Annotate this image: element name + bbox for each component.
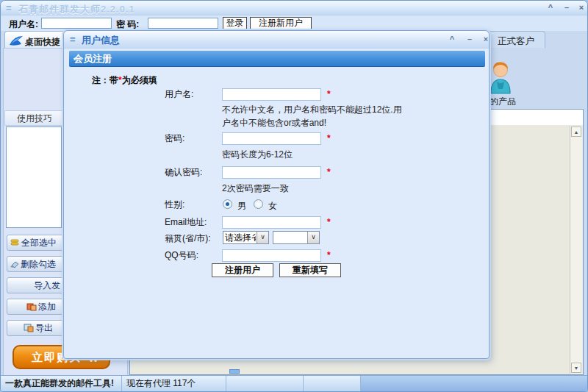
- password-note: 密码长度为6-12位: [222, 149, 293, 161]
- select-all-icon: [10, 238, 20, 247]
- user-info-dialog: = 用户信息 ^ – × 会员注册 注：带*为必须填 用户名: * 不允许中文名…: [63, 30, 490, 359]
- confirm-password-note: 2次密码需要一致: [222, 182, 289, 195]
- username-input[interactable]: [41, 18, 112, 29]
- restore-icon[interactable]: ^: [545, 2, 556, 13]
- scroll-down-icon[interactable]: ▼: [571, 363, 581, 373]
- gender-female-radio[interactable]: [254, 199, 263, 209]
- gender-field-label: 性别:: [165, 199, 184, 211]
- qq-input[interactable]: [222, 249, 321, 262]
- horizontal-scroll-thumb[interactable]: [229, 369, 240, 374]
- dialog-minimize-icon[interactable]: –: [464, 34, 476, 44]
- chevron-down-icon[interactable]: ∨: [307, 232, 319, 243]
- statusbar-segment: [361, 376, 587, 391]
- delete-checked-label: 删除勾选: [21, 258, 56, 271]
- required-mark: *: [327, 89, 331, 99]
- tips-listbox[interactable]: [6, 126, 62, 228]
- gender-male-radio[interactable]: [223, 199, 232, 209]
- required-note: 注：带*为必须填: [92, 74, 157, 87]
- tab-official-clients-label: 正式客户: [487, 35, 545, 48]
- required-mark: *: [327, 217, 331, 227]
- window-menu-icon[interactable]: =: [6, 2, 12, 13]
- status-bar: 一款真正能群发的邮件工具! 现在有代理 117个: [1, 375, 587, 391]
- select-all-label: 全部选中: [21, 237, 57, 249]
- username-field-label: 用户名:: [165, 88, 193, 101]
- title-bar: = 石青邮件群发大师2.2.0.1 ^ – ×: [1, 1, 587, 15]
- statusbar-slogan: 一款真正能群发的邮件工具!: [1, 376, 122, 391]
- confirm-password-field-label: 确认密码:: [165, 166, 202, 179]
- gender-female-label: 女: [268, 200, 277, 213]
- reg-username-input[interactable]: [222, 88, 321, 101]
- import-label: 导入发: [34, 279, 60, 292]
- password-field-label: 密码:: [165, 132, 184, 145]
- province-select-value: 请选择省: [225, 232, 256, 243]
- chevron-down-icon[interactable]: ∨: [257, 232, 268, 243]
- username-note-line2: 户名中不能包含or或者and!: [222, 117, 326, 129]
- window-title: 石青邮件群发大师2.2.0.1: [18, 3, 135, 16]
- required-mark: *: [327, 133, 331, 143]
- tab-official-clients[interactable]: 正式客户: [487, 31, 545, 48]
- username-note-line1: 不允许中文名，用户名和密码不能超过12位.用: [222, 104, 402, 116]
- city-select[interactable]: ∨: [273, 231, 320, 244]
- dialog-title-bar: = 用户信息 ^ – ×: [64, 31, 489, 49]
- username-label: 用户名:: [9, 18, 38, 31]
- register-new-user-button[interactable]: 注册新用户: [250, 17, 312, 29]
- dialog-close-icon[interactable]: ×: [480, 34, 492, 44]
- add-icon: [26, 302, 37, 311]
- note-prefix: 注：带: [92, 75, 118, 85]
- email-input[interactable]: [222, 216, 321, 229]
- export-icon: [24, 324, 34, 332]
- member-register-header: 会员注册: [69, 51, 485, 67]
- province-select[interactable]: 请选择省 ∨: [223, 231, 269, 244]
- select-all-button[interactable]: 全部选中: [7, 235, 64, 251]
- tab-desktop-shortcut-label: 桌面快捷: [25, 36, 60, 49]
- reset-form-button[interactable]: 重新填写: [279, 263, 341, 277]
- region-field-label: 籍贯(省/市):: [165, 232, 211, 245]
- export-label: 导出: [35, 322, 53, 335]
- submit-register-button[interactable]: 注册用户: [212, 263, 273, 277]
- reg-password-input[interactable]: [222, 132, 321, 145]
- statusbar-segment: [304, 376, 361, 391]
- dialog-title: 用户信息: [82, 34, 120, 47]
- usage-tips-header: 使用技巧: [4, 110, 65, 126]
- minimize-icon[interactable]: –: [561, 2, 573, 13]
- required-mark: *: [327, 167, 331, 177]
- statusbar-segment: [226, 376, 304, 391]
- statusbar-agent-count: 现在有代理 117个: [122, 376, 226, 391]
- eraser-icon: [10, 260, 19, 268]
- scroll-up-icon[interactable]: ▲: [571, 126, 581, 137]
- add-label: 添加: [38, 301, 56, 313]
- product-caption: 的产品: [490, 96, 516, 108]
- close-icon[interactable]: ×: [576, 2, 587, 13]
- swoosh-arrow-icon: [9, 35, 24, 47]
- password-label: 密 码:: [116, 18, 139, 31]
- login-bar: 用户名: 密 码: 登录 注册新用户: [1, 15, 587, 31]
- vertical-scrollbar[interactable]: ▲ ▼: [570, 126, 582, 374]
- gender-male-label: 男: [237, 200, 246, 213]
- required-mark: *: [327, 250, 331, 260]
- login-button[interactable]: 登录: [223, 17, 247, 29]
- app-window: = 石青邮件群发大师2.2.0.1 ^ – × 用户名: 密 码: 登录 注册新…: [0, 0, 588, 392]
- dialog-menu-icon[interactable]: =: [70, 34, 76, 45]
- email-field-label: Email地址:: [165, 216, 207, 229]
- qq-field-label: QQ号码:: [165, 249, 198, 262]
- delete-checked-button[interactable]: 删除勾选: [7, 256, 64, 272]
- confirm-password-input[interactable]: [222, 166, 321, 179]
- password-input[interactable]: [148, 18, 218, 29]
- note-suffix: 为必须填: [122, 75, 157, 85]
- dialog-restore-icon[interactable]: ^: [446, 34, 458, 44]
